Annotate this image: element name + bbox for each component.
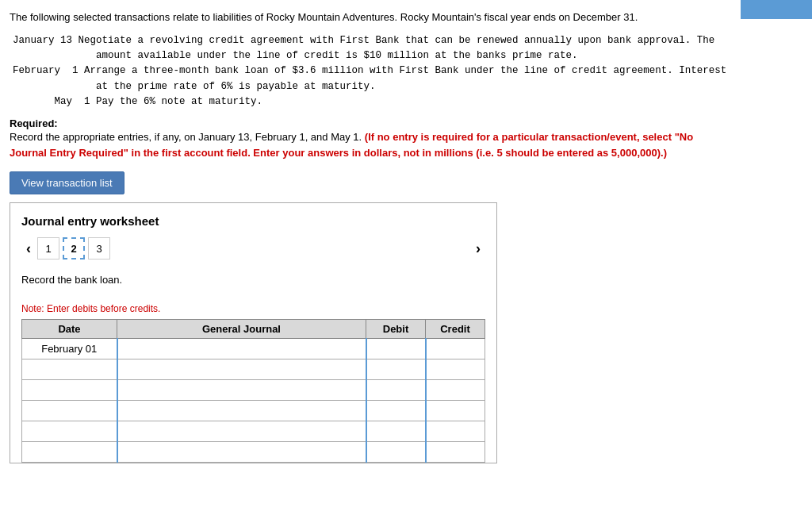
general-cell-3[interactable] [117,380,366,401]
table-row [22,421,485,442]
credit-input-4[interactable] [430,401,482,421]
debit-input-1[interactable] [370,339,422,359]
general-cell-5[interactable] [117,421,366,442]
required-plain: Record the appropriate entries, if any, … [10,131,365,143]
transaction-line-4: at the prime rate of 6% is payable at ma… [13,79,798,94]
general-input-2[interactable] [121,359,362,379]
top-right-button[interactable] [741,0,812,19]
debit-cell-4[interactable] [366,401,426,421]
debit-cell-1[interactable] [366,339,426,359]
date-cell-6 [22,442,117,463]
transaction-line-5: May 1 Pay the 6% note at maturity. [13,94,798,110]
prev-arrow[interactable]: ‹ [21,239,36,259]
worksheet-container: Journal entry worksheet ‹ 1 2 3 › Record… [10,202,497,463]
col-header-general: General Journal [117,320,366,339]
credit-input-5[interactable] [430,421,482,441]
col-header-credit: Credit [426,320,485,339]
credit-input-1[interactable] [430,339,482,359]
table-row: February 01 [22,339,485,359]
debit-input-2[interactable] [370,359,422,379]
credit-cell-1[interactable] [426,339,485,359]
credit-input-3[interactable] [430,380,482,400]
transaction-line-2: amount available under the line of credi… [13,48,798,63]
transactions-block: January 13 Negotiate a revolving credit … [13,33,798,110]
intro-paragraph: The following selected transactions rela… [10,11,638,23]
debit-input-3[interactable] [370,380,422,400]
nav-row: ‹ 1 2 3 › [21,237,485,260]
note-text: Note: Enter debits before credits. [21,303,485,314]
next-arrow[interactable]: › [471,239,485,259]
general-input-6[interactable] [121,442,362,462]
credit-cell-5[interactable] [426,421,485,442]
general-input-4[interactable] [121,401,362,421]
date-cell-1: February 01 [22,339,117,359]
debit-input-6[interactable] [370,442,422,462]
debit-input-4[interactable] [370,401,422,421]
transaction-line-3: February 1 Arrange a three-month bank lo… [13,63,798,79]
debit-cell-5[interactable] [366,421,426,442]
general-cell-4[interactable] [117,401,366,421]
col-header-debit: Debit [366,320,426,339]
credit-input-2[interactable] [430,359,482,379]
credit-cell-2[interactable] [426,359,485,380]
view-transaction-list-button[interactable]: View transaction list [10,171,124,194]
required-text: Record the appropriate entries, if any, … [10,129,715,160]
tab-1[interactable]: 1 [37,237,59,260]
credit-cell-6[interactable] [426,442,485,463]
intro-text: The following selected transactions rela… [10,10,715,25]
general-input-5[interactable] [121,421,362,441]
credit-cell-4[interactable] [426,401,485,421]
journal-table: Date General Journal Debit Credit Februa… [21,319,485,463]
debit-cell-6[interactable] [366,442,426,463]
debit-cell-3[interactable] [366,380,426,401]
table-row [22,380,485,401]
record-instruction: Record the bank loan. [21,271,485,289]
general-input-3[interactable] [121,380,362,400]
table-row [22,401,485,421]
credit-input-6[interactable] [430,442,482,462]
debit-cell-2[interactable] [366,359,426,380]
general-cell-1[interactable] [117,339,366,359]
general-cell-2[interactable] [117,359,366,380]
page-container: The following selected transactions rela… [0,0,812,473]
general-cell-6[interactable] [117,442,366,463]
worksheet-title: Journal entry worksheet [21,214,485,228]
table-row [22,442,485,463]
transaction-line-1: January 13 Negotiate a revolving credit … [13,33,798,48]
date-cell-4 [22,401,117,421]
debit-input-5[interactable] [370,421,422,441]
required-label: Required: [10,117,798,129]
credit-cell-3[interactable] [426,380,485,401]
date-cell-3 [22,380,117,401]
col-header-date: Date [22,320,117,339]
tab-2[interactable]: 2 [63,237,85,260]
general-input-1[interactable] [121,339,362,359]
tab-3[interactable]: 3 [88,237,110,260]
date-cell-5 [22,421,117,442]
table-row [22,359,485,380]
date-cell-2 [22,359,117,380]
required-section: Required: Record the appropriate entries… [10,117,798,160]
